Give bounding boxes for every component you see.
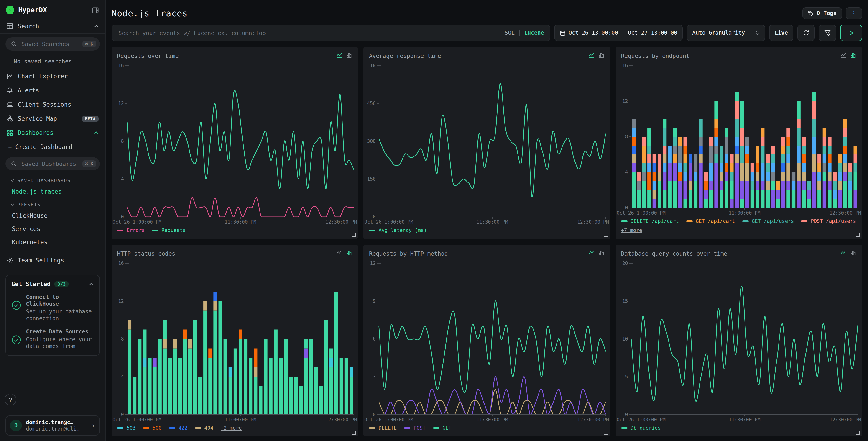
sidebar-item-client-sessions[interactable]: Client Sessions [0,97,105,112]
chart-plot-area[interactable]: 036912Oct 26 1:00:00 PM11:30:00 PM12:30:… [364,259,610,423]
line-view-toggle[interactable] [588,249,594,258]
legend-item[interactable]: DELETE [369,424,397,432]
saved-dashboards-input[interactable] [21,160,79,168]
no-saved-searches-text: No saved searches [0,54,105,69]
svg-text:150: 150 [367,176,376,182]
presets-section-toggle[interactable]: PRESETS [0,198,105,209]
line-view-toggle[interactable] [336,52,343,60]
sidebar-collapse-button[interactable] [91,6,100,14]
sidebar-item-service-map[interactable]: Service Map BETA [0,112,105,126]
help-button[interactable]: ? [5,393,17,406]
sidebar-item-services[interactable]: Services [0,222,105,236]
chevron-up-icon [94,130,99,135]
chart-plot-area[interactable]: 05101520Oct 26 1:00:00 PM11:30:00 PM12:3… [616,259,862,423]
svg-text:11:00:00 PM: 11:00:00 PM [728,210,760,216]
sidebar-item-chart-explorer[interactable]: Chart Explorer [0,69,105,83]
chart-plot-area[interactable]: 0481216Oct 26 1:00:00 PM11:00:00 PM12:30… [616,61,862,217]
legend-item[interactable]: Db queries [621,424,660,432]
legend-item[interactable]: Errors [117,227,145,234]
date-range-picker[interactable]: Oct 26 13:00:00 - Oct 27 13:00:00 [554,25,683,41]
resize-handle[interactable] [604,431,608,435]
sidebar-item-alerts[interactable]: Alerts [0,83,105,97]
tags-count: 0 Tags [817,10,837,17]
sidebar-item-search[interactable]: Search [0,19,105,34]
refresh-button[interactable] [798,25,815,41]
chart-plot-area[interactable]: 01503004501kOct 26 1:00:00 PM11:30:00 PM… [364,61,610,226]
legend-item[interactable]: POST /api/users [801,217,856,225]
line-view-toggle[interactable] [840,52,846,60]
chevron-up-icon[interactable] [89,282,94,287]
bar-view-toggle[interactable] [346,249,353,258]
resize-handle[interactable] [604,233,608,237]
app-root: ⚡ HyperDX Search ⌘ K No saved searches C… [0,0,868,441]
line-view-toggle[interactable] [336,249,343,258]
resize-handle[interactable] [352,233,356,237]
laptop-icon [6,101,13,108]
get-started-item[interactable]: Create Data Sources Configure where your… [11,328,94,350]
beta-badge: BETA [82,116,99,122]
legend-item[interactable]: POST [404,424,426,432]
granularity-select[interactable]: Auto Granularity [687,25,765,41]
user-name: dominic.tran@c… [26,419,80,425]
saved-dashboards-search[interactable]: ⌘ K [5,157,100,170]
line-view-toggle[interactable] [840,249,846,258]
legend-item[interactable]: DELETE /api/cart [621,217,679,225]
create-dashboard-button[interactable]: + Create Dashboard [0,140,105,153]
saved-dashboards-section-toggle[interactable]: SAVED DASHBOARDS [0,174,105,185]
legend-item[interactable]: GET [433,424,452,432]
user-menu[interactable]: D dominic.tran@c… dominic.tran@cli… › [5,415,100,436]
line-chart-icon [588,52,594,58]
sidebar-item-nodejs-traces[interactable]: Node.js traces [0,185,105,198]
resize-handle[interactable] [856,233,860,237]
resize-handle[interactable] [856,431,860,435]
bar-view-toggle[interactable] [850,249,857,258]
run-query-button[interactable] [840,25,862,41]
chart-plot-area[interactable]: 0481216Oct 26 1:00:00 PM11:30:00 PM12:30… [112,61,358,226]
legend-item[interactable]: 422 [169,424,188,432]
resize-handle[interactable] [352,431,356,435]
sidebar-item-clickhouse[interactable]: ClickHouse [0,209,105,222]
bar-chart-icon [346,249,353,256]
svg-text:15: 15 [622,298,628,304]
tags-button[interactable]: 0 Tags [802,7,842,19]
sql-mode-toggle[interactable]: SQL [505,30,515,36]
live-button[interactable]: Live [769,25,793,41]
legend-more-link[interactable]: +2 more [221,424,242,432]
legend-item[interactable]: 404 [195,424,213,432]
dashboard-grid: Requests over time 0481216Oct 26 1:00:00… [112,47,862,441]
bar-view-toggle[interactable] [598,52,604,60]
svg-text:11:30:00 PM: 11:30:00 PM [728,417,760,422]
legend-item[interactable]: GET /api/cart [686,217,735,225]
chart-plot-area[interactable]: 0481216Oct 26 1:00:00 PM11:00:00 PM12:30… [112,259,358,423]
user-email: dominic.tran@cli… [26,425,80,432]
legend-item[interactable]: 500 [143,424,162,432]
svg-text:4: 4 [121,176,124,182]
bar-view-toggle[interactable] [346,52,353,60]
logo-row: ⚡ HyperDX [0,0,105,19]
sidebar-item-label: Search [18,23,89,30]
lucene-mode-toggle[interactable]: Lucene [524,30,544,36]
line-view-toggle[interactable] [588,52,594,60]
legend-item[interactable]: Avg latency (ms) [369,227,427,234]
filter-button[interactable] [819,25,836,41]
legend-more-link[interactable]: +7 more [621,227,642,234]
legend-label: Avg latency (ms) [379,227,427,234]
svg-text:0: 0 [373,214,376,219]
saved-searches-search[interactable]: ⌘ K [5,37,100,51]
get-started-item[interactable]: Connect to ClickHouse Set up your databa… [11,294,94,322]
sidebar-item-label: Team Settings [18,257,99,264]
svg-text:9: 9 [373,298,376,304]
saved-searches-input[interactable] [21,40,79,48]
legend-item[interactable]: GET /api/users [742,217,794,225]
bar-view-toggle[interactable] [850,52,857,60]
legend-item[interactable]: 503 [117,424,136,432]
sidebar-item-team-settings[interactable]: Team Settings [0,253,105,267]
brand-name: HyperDX [18,6,87,14]
sidebar-item-dashboards[interactable]: Dashboards [0,126,105,140]
chart-title: Requests by endpoint [621,52,840,59]
more-options-button[interactable]: ⋮ [846,7,862,19]
legend-item[interactable]: Requests [152,227,186,234]
sidebar-item-kubernetes[interactable]: Kubernetes [0,236,105,249]
event-search-input[interactable] [118,29,501,37]
bar-view-toggle[interactable] [598,249,604,258]
